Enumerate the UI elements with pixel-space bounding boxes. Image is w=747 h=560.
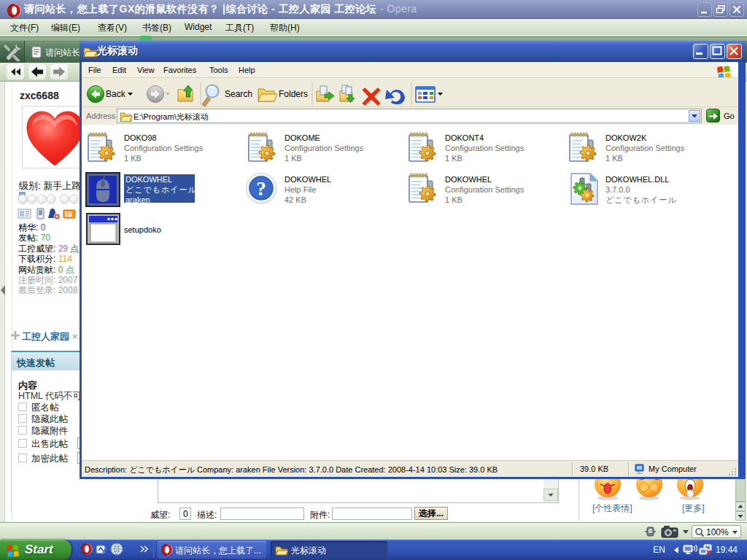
svg-text:Search: Search [225, 89, 252, 99]
svg-text:Back: Back [106, 89, 126, 99]
svg-text:Folders: Folders [279, 89, 308, 99]
svg-text:?: ? [256, 178, 266, 200]
